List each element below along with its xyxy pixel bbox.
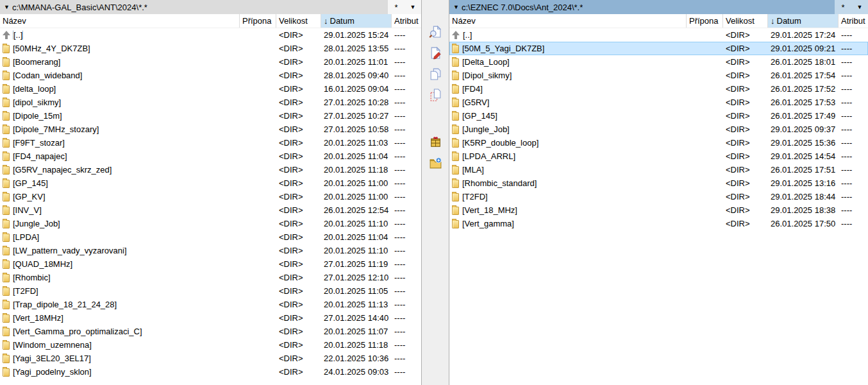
view-icon[interactable] (427, 23, 444, 40)
file-row[interactable]: [Jungle_Job]<DIR>20.01.2025 11:10---- (0, 217, 421, 230)
file-row[interactable]: [50M_5_Yagi_DK7ZB]<DIR>29.01.2025 09:21-… (449, 42, 868, 55)
new-folder-icon[interactable] (427, 155, 444, 171)
column-header-date[interactable]: ↓ Datum (321, 14, 392, 28)
file-row[interactable]: [QUAD_18MHz]<DIR>27.01.2025 11:19---- (0, 257, 421, 271)
file-row[interactable]: [Rhombic_standard]<DIR>29.01.2025 13:16-… (449, 176, 868, 190)
column-header-attr[interactable]: Atribut (839, 14, 868, 28)
folder-icon (452, 58, 459, 67)
file-row[interactable]: [Windom_uzemnena]<DIR>20.01.2025 11:18--… (0, 338, 421, 352)
file-name: [G5RV_napajec_skrz_zed] (13, 165, 112, 175)
file-row[interactable]: [Vert_18_MHz]<DIR>29.01.2025 18:38---- (449, 203, 868, 217)
file-attr: ---- (392, 151, 421, 161)
file-row[interactable]: [50MHz_4Y_DK7ZB]<DIR>28.01.2025 13:55---… (0, 42, 421, 55)
left-path-dropdown-button[interactable]: ▼ (405, 0, 421, 14)
left-path[interactable]: ▼ c:\MMANA-GAL_Basic\ANT\2024\*.* (0, 0, 388, 14)
file-date: 20.01.2025 11:13 (321, 300, 392, 309)
file-row[interactable]: [Vert_gamma]<DIR>26.01.2025 17:50---- (449, 217, 868, 230)
file-row[interactable]: [Vert_Gamma_pro_optimalizaci_C]<DIR>20.0… (0, 325, 421, 338)
file-row[interactable]: [GP_KV]<DIR>20.01.2025 11:00---- (0, 190, 421, 203)
file-size: <DIR> (276, 286, 321, 296)
file-row[interactable]: [Vert_18MHz]<DIR>27.01.2025 14:40---- (0, 311, 421, 325)
column-header-attr[interactable]: Atribut (392, 14, 421, 28)
file-row[interactable]: [FD4]<DIR>26.01.2025 17:52---- (449, 82, 868, 96)
folder-icon (3, 126, 10, 134)
file-size: <DIR> (276, 71, 321, 80)
file-row[interactable]: [Delta_Loop]<DIR>26.01.2025 18:01---- (449, 55, 868, 69)
left-path-bar[interactable]: ▼ c:\MMANA-GAL_Basic\ANT\2024\*.* * ▼ (0, 0, 421, 14)
file-name-cell: [FD4_napajec] (0, 151, 240, 161)
column-header-date[interactable]: ↓ Datum (768, 14, 839, 28)
file-name: [Dipole_7MHz_stozary] (13, 124, 99, 134)
pack-icon[interactable] (427, 133, 444, 150)
file-row[interactable]: [Boomerang]<DIR>20.01.2025 11:01---- (0, 55, 421, 69)
file-manager-window: ▼ c:\MMANA-GAL_Basic\ANT\2024\*.* * ▼ Ná… (0, 0, 868, 385)
column-header-ext[interactable]: Přípona (687, 14, 723, 28)
file-row[interactable]: [LW_pattern_vady_vyzarovani]<DIR>20.01.2… (0, 244, 421, 257)
file-size: <DIR> (276, 327, 321, 336)
folder-icon (3, 328, 10, 336)
folder-icon (452, 85, 459, 94)
file-row[interactable]: [Trap_dipole_18_21_24_28]<DIR>20.01.2025… (0, 298, 421, 311)
file-row[interactable]: [Dipole_15m]<DIR>27.01.2025 10:27---- (0, 109, 421, 123)
file-row[interactable]: [GP_145]<DIR>26.01.2025 17:49---- (449, 109, 868, 123)
file-attr: ---- (839, 84, 868, 94)
file-row[interactable]: [GP_145]<DIR>20.01.2025 11:00---- (0, 176, 421, 190)
file-name: [..] (13, 30, 22, 40)
file-row[interactable]: [..]<DIR>29.01.2025 17:24---- (449, 28, 868, 42)
file-row[interactable]: [Dipole_7MHz_stozary]<DIR>27.01.2025 10:… (0, 123, 421, 136)
right-filter-button[interactable]: * (835, 0, 851, 14)
right-path-bar-active[interactable]: ▼ c:\EZNEC 7.0\Docs\Ant_2024\*.* * ▼ (449, 0, 868, 14)
right-path[interactable]: ▼ c:\EZNEC 7.0\Docs\Ant_2024\*.* (449, 0, 835, 14)
file-row[interactable]: [G5RV_napajec_skrz_zed]<DIR>20.01.2025 1… (0, 163, 421, 176)
file-attr: ---- (839, 138, 868, 148)
file-row[interactable]: [dipol_sikmy]<DIR>27.01.2025 10:28---- (0, 96, 421, 109)
file-row[interactable]: [..]<DIR>29.01.2025 15:24---- (0, 28, 421, 42)
folder-up-icon (3, 31, 10, 39)
file-size: <DIR> (723, 138, 768, 148)
path-caret-icon[interactable]: ▼ (453, 4, 459, 10)
file-row[interactable]: [T2FD]<DIR>20.01.2025 11:05---- (0, 284, 421, 298)
file-row[interactable]: [FD4_napajec]<DIR>20.01.2025 11:04---- (0, 150, 421, 163)
edit-icon[interactable] (427, 44, 444, 61)
file-row[interactable]: [K5RP_double_loop]<DIR>29.01.2025 15:36-… (449, 136, 868, 150)
column-header-ext[interactable]: Přípona (240, 14, 276, 28)
file-date: 24.01.2025 09:03 (321, 367, 392, 377)
file-date: 29.01.2025 17:24 (768, 30, 839, 40)
file-name-cell: [GP_145] (0, 178, 240, 188)
file-row[interactable]: [delta_loop]<DIR>16.01.2025 09:04---- (0, 82, 421, 96)
file-name-cell: [LPDA_ARRL] (449, 151, 687, 161)
right-path-dropdown-button[interactable]: ▼ (851, 0, 868, 14)
folder-icon (3, 166, 10, 175)
file-attr: ---- (392, 30, 421, 40)
column-header-size[interactable]: Velikost (276, 14, 321, 28)
file-row[interactable]: [Rhombic]<DIR>27.01.2025 12:10---- (0, 271, 421, 284)
move-icon[interactable] (427, 87, 444, 103)
file-row[interactable]: [INV_V]<DIR>26.01.2025 12:54---- (0, 203, 421, 217)
path-caret-icon[interactable]: ▼ (4, 4, 10, 10)
file-row[interactable]: [LPDA]<DIR>20.01.2025 11:04---- (0, 230, 421, 244)
file-row[interactable]: [Codan_wideband]<DIR>28.01.2025 09:40---… (0, 69, 421, 82)
column-header-name[interactable]: Název (0, 14, 240, 28)
file-row[interactable]: [Jungle_Job]<DIR>29.01.2025 09:37---- (449, 123, 868, 136)
column-header-label: Atribut (394, 16, 419, 26)
file-attr: ---- (392, 232, 421, 242)
right-column-headers: Název Přípona Velikost ↓ Datum Atribut (449, 14, 868, 28)
file-name-cell: [F9FT_stozar] (0, 138, 240, 148)
column-header-size[interactable]: Velikost (723, 14, 768, 28)
file-row[interactable]: [Yagi_3EL20_3EL17]<DIR>22.01.2025 10:36-… (0, 352, 421, 365)
file-size: <DIR> (276, 205, 321, 215)
folder-icon (3, 355, 10, 363)
file-attr: ---- (392, 165, 421, 175)
file-row[interactable]: [Dipol_sikmy]<DIR>26.01.2025 17:54---- (449, 69, 868, 82)
file-name-cell: [dipol_sikmy] (0, 98, 240, 107)
file-row[interactable]: [G5RV]<DIR>26.01.2025 17:53---- (449, 96, 868, 109)
copy-icon[interactable] (427, 65, 444, 82)
file-row[interactable]: [F9FT_stozar]<DIR>20.01.2025 11:03---- (0, 136, 421, 150)
file-row[interactable]: [MLA]<DIR>26.01.2025 17:51---- (449, 163, 868, 176)
left-filter-button[interactable]: * (388, 0, 405, 14)
file-row[interactable]: [T2FD]<DIR>29.01.2025 18:44---- (449, 190, 868, 203)
file-row[interactable]: [Yagi_podelny_sklon]<DIR>24.01.2025 09:0… (0, 365, 421, 379)
file-row[interactable]: [LPDA_ARRL]<DIR>29.01.2025 14:54---- (449, 150, 868, 163)
file-name-cell: [delta_loop] (0, 84, 240, 94)
column-header-name[interactable]: Název (449, 14, 687, 28)
